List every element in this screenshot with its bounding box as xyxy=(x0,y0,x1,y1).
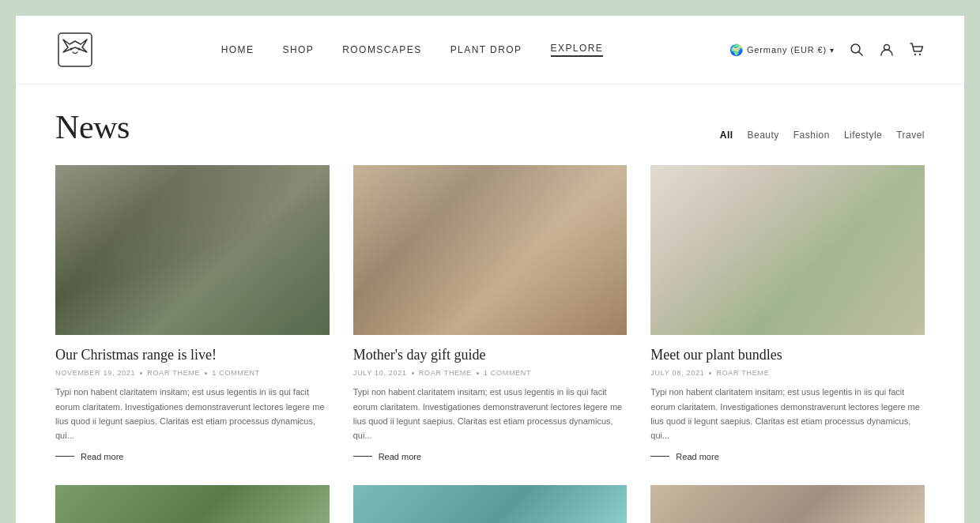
read-more-dash xyxy=(650,456,669,457)
meta-dot xyxy=(412,372,414,374)
article-meta-mothers: July 10, 2021 Roar Theme 1 Comment xyxy=(353,369,628,377)
article-date-bundles: July 08, 2021 xyxy=(650,369,704,377)
read-more-label-bundles: Read more xyxy=(676,452,718,461)
nav-roomscapes[interactable]: Roomscapes xyxy=(342,44,421,55)
region-label: Germany (EUR €) xyxy=(747,45,827,55)
read-more-bundles[interactable]: Read more xyxy=(650,452,925,461)
article-author-mothers: Roar Theme xyxy=(419,369,472,377)
article-date-mothers: July 10, 2021 xyxy=(353,369,407,377)
article-author-bundles: Roar Theme xyxy=(716,369,769,377)
article-meta-christmas: November 19, 2021 Roar Theme 1 Comment xyxy=(55,369,330,377)
read-more-dash xyxy=(55,456,74,457)
meta-dot xyxy=(709,372,711,374)
svg-rect-0 xyxy=(58,33,92,66)
page-wrapper: Home Shop Roomscapes Plant Drop Explore … xyxy=(16,16,964,523)
page-header: News All Beauty Fashion Lifestyle Travel xyxy=(55,108,925,146)
article-title-bundles[interactable]: Meet our plant bundles xyxy=(650,346,925,364)
main-content: News All Beauty Fashion Lifestyle Travel… xyxy=(16,85,964,523)
article-meta-bundles: July 08, 2021 Roar Theme xyxy=(650,369,925,377)
article-image-bottom3[interactable] xyxy=(650,485,925,523)
meta-dot xyxy=(477,372,479,374)
read-more-dash xyxy=(353,456,372,457)
article-body-christmas: Our Christmas range is live! November 19… xyxy=(55,335,330,461)
filter-lifestyle[interactable]: Lifestyle xyxy=(844,130,882,141)
main-nav: Home Shop Roomscapes Plant Drop Explore xyxy=(221,43,604,57)
filter-fashion[interactable]: Fashion xyxy=(793,130,830,141)
article-title-christmas[interactable]: Our Christmas range is live! xyxy=(55,346,330,364)
meta-dot xyxy=(140,372,142,374)
article-date-christmas: November 19, 2021 xyxy=(55,369,135,377)
article-excerpt-christmas: Typi non habent claritatem insitam; est … xyxy=(55,385,330,442)
svg-point-6 xyxy=(914,54,916,55)
read-more-label-mothers: Read more xyxy=(379,452,421,461)
account-button[interactable] xyxy=(879,42,895,58)
article-bottom3 xyxy=(650,485,925,523)
nav-home[interactable]: Home xyxy=(221,44,254,55)
article-bundles: Meet our plant bundles July 08, 2021 Roa… xyxy=(650,165,925,461)
search-button[interactable] xyxy=(849,42,865,58)
filter-all[interactable]: All xyxy=(720,130,733,141)
article-bottom2 xyxy=(353,485,628,523)
read-more-christmas[interactable]: Read more xyxy=(55,452,330,461)
filter-bar: All Beauty Fashion Lifestyle Travel xyxy=(720,130,925,141)
read-more-label-christmas: Read more xyxy=(81,452,123,461)
svg-point-2 xyxy=(78,48,81,51)
article-excerpt-bundles: Typi non habent claritatem insitam; est … xyxy=(650,385,925,442)
article-image-bottom2[interactable] xyxy=(353,485,628,523)
read-more-mothers[interactable]: Read more xyxy=(353,452,628,461)
article-comments-mothers[interactable]: 1 Comment xyxy=(484,369,531,377)
filter-beauty[interactable]: Beauty xyxy=(748,130,779,141)
article-body-mothers: Mother's day gift guide July 10, 2021 Ro… xyxy=(353,335,628,461)
article-comments-christmas[interactable]: 1 Comment xyxy=(212,369,259,377)
nav-plant-drop[interactable]: Plant Drop xyxy=(450,44,522,55)
article-image-christmas[interactable] xyxy=(55,165,330,335)
article-image-mothers[interactable] xyxy=(353,165,628,335)
globe-icon: 🌍 xyxy=(729,43,744,56)
site-logo[interactable] xyxy=(55,30,95,70)
article-excerpt-mothers: Typi non habent claritatem insitam; est … xyxy=(353,385,628,442)
article-image-bundles[interactable] xyxy=(650,165,925,335)
site-header: Home Shop Roomscapes Plant Drop Explore … xyxy=(16,16,964,85)
svg-line-4 xyxy=(859,52,863,56)
meta-dot xyxy=(205,372,207,374)
article-author-christmas: Roar Theme xyxy=(147,369,200,377)
article-christmas: Our Christmas range is live! November 19… xyxy=(55,165,330,461)
header-actions: 🌍 Germany (EUR €) ▾ xyxy=(729,42,925,58)
nav-shop[interactable]: Shop xyxy=(282,44,314,55)
page-title: News xyxy=(55,108,130,146)
article-body-bundles: Meet our plant bundles July 08, 2021 Roa… xyxy=(650,335,925,461)
svg-point-7 xyxy=(919,54,921,55)
article-title-mothers[interactable]: Mother's day gift guide xyxy=(353,346,628,364)
nav-explore[interactable]: Explore xyxy=(551,43,604,57)
filter-travel[interactable]: Travel xyxy=(896,130,925,141)
article-image-bottom1[interactable] xyxy=(55,485,330,523)
cart-button[interactable] xyxy=(909,42,925,58)
article-mothers: Mother's day gift guide July 10, 2021 Ro… xyxy=(353,165,628,461)
article-bottom1 xyxy=(55,485,330,523)
region-selector[interactable]: 🌍 Germany (EUR €) ▾ xyxy=(729,43,835,56)
articles-grid: Our Christmas range is live! November 19… xyxy=(55,165,925,523)
svg-point-1 xyxy=(70,48,73,51)
chevron-down-icon: ▾ xyxy=(830,46,835,55)
